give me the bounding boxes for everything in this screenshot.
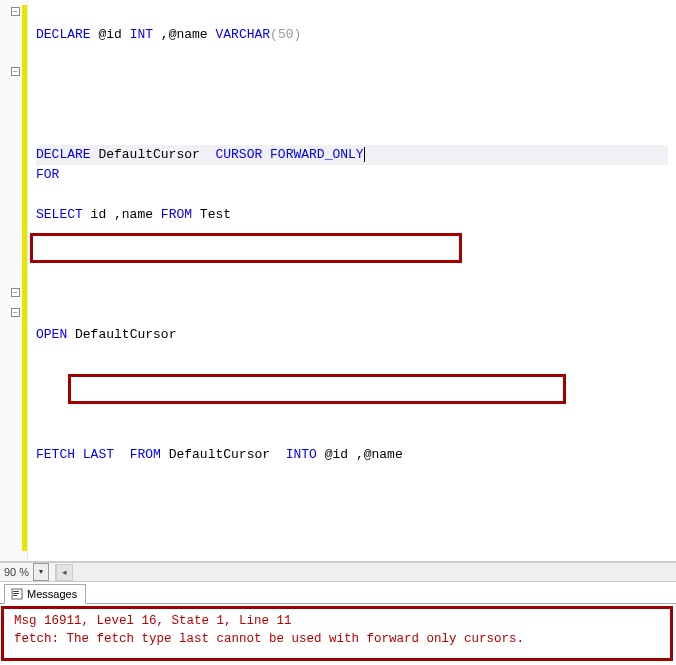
change-indicator: [22, 5, 27, 551]
text-caret: [364, 147, 365, 162]
zoom-dropdown[interactable]: ▾: [33, 563, 49, 581]
svg-rect-1: [13, 591, 19, 592]
keyword-from: FROM: [161, 207, 192, 222]
keyword-into: INTO: [286, 447, 317, 462]
error-line: fetch: The fetch type last cannot be use…: [14, 630, 662, 648]
keyword-from: FROM: [130, 447, 161, 462]
datatype: INT: [130, 27, 153, 42]
variable: @id: [98, 27, 121, 42]
keyword-cursor: CURSOR: [215, 147, 262, 162]
error-line: Msg 16911, Level 16, State 1, Line 11: [14, 612, 662, 630]
fold-toggle[interactable]: −: [11, 67, 20, 76]
svg-rect-3: [13, 595, 17, 596]
tab-messages[interactable]: Messages: [4, 584, 86, 604]
datatype: VARCHAR: [215, 27, 270, 42]
fold-toggle[interactable]: −: [11, 288, 20, 297]
variable: @name: [169, 27, 208, 42]
editor-gutter: − − − −: [0, 0, 28, 561]
code-editor[interactable]: − − − − DECLARE @id INT ,@name VARCHAR(5…: [0, 0, 676, 562]
keyword-declare: DECLARE: [36, 147, 91, 162]
keyword-open: OPEN: [36, 327, 67, 342]
messages-panel[interactable]: Msg 16911, Level 16, State 1, Line 11 fe…: [0, 604, 676, 662]
keyword-select: SELECT: [36, 207, 83, 222]
fold-toggle[interactable]: −: [11, 308, 20, 317]
messages-icon: [11, 588, 23, 600]
scroll-left-arrow[interactable]: ◂: [56, 564, 73, 581]
zoom-value: 90 %: [0, 566, 33, 578]
horizontal-scrollbar[interactable]: ◂: [55, 564, 676, 581]
keyword-for: FOR: [36, 167, 59, 182]
number: 50: [278, 27, 294, 42]
results-tabs: Messages: [0, 582, 676, 604]
keyword-declare: DECLARE: [36, 27, 91, 42]
fold-toggle[interactable]: −: [11, 7, 20, 16]
tab-label: Messages: [27, 588, 77, 600]
code-content[interactable]: DECLARE @id INT ,@name VARCHAR(50) DECLA…: [28, 0, 676, 561]
svg-rect-2: [13, 593, 19, 594]
keyword-fetch: FETCH: [36, 447, 75, 462]
zoom-bar: 90 % ▾ ◂: [0, 562, 676, 582]
